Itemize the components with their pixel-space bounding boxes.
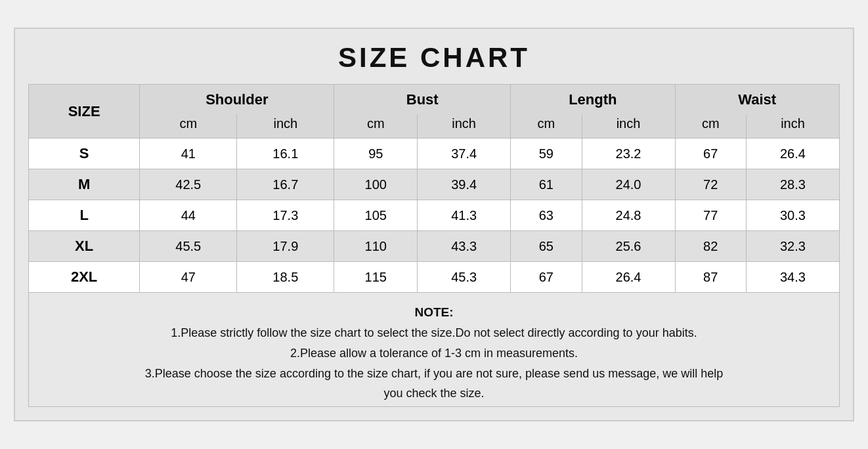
note-line1: 1.Please strictly follow the size chart … [42, 323, 826, 343]
shoulder-inch-cell: 17.9 [237, 231, 334, 262]
note-line4: you check the size. [42, 383, 826, 404]
waist-cm-cell: 87 [675, 262, 746, 293]
bust-inch-cell: 37.4 [418, 139, 511, 169]
shoulder-inch-cell: 17.3 [237, 200, 334, 231]
size-cell: 2XL [29, 262, 140, 293]
length-inch-cell: 24.8 [582, 200, 675, 231]
bust-cm-cell: 95 [334, 139, 418, 169]
table-row: L4417.310541.36324.87730.3 [29, 200, 840, 231]
length-inch-cell: 25.6 [582, 231, 675, 262]
waist-inch-cell: 28.3 [746, 169, 839, 200]
length-inch-cell: 26.4 [582, 262, 675, 293]
length-inch-cell: 23.2 [582, 139, 675, 169]
length-cm-cell: 59 [511, 139, 582, 169]
bust-inch-cell: 41.3 [418, 200, 511, 231]
size-cell: L [29, 200, 140, 231]
waist-inch-header: inch [746, 115, 839, 139]
length-header: Length [511, 85, 675, 116]
waist-cm-cell: 67 [675, 139, 746, 169]
table-header-row-2: cm inch cm inch cm inch cm inch [29, 115, 840, 139]
shoulder-inch-cell: 16.7 [237, 169, 334, 200]
table-row: XL45.517.911043.36525.68232.3 [29, 231, 840, 262]
bust-inch-cell: 39.4 [418, 169, 511, 200]
length-cm-cell: 61 [511, 169, 582, 200]
bust-inch-cell: 45.3 [418, 262, 511, 293]
size-table: SIZE Shoulder Bust Length Waist cm inch … [28, 84, 840, 293]
length-cm-cell: 67 [511, 262, 582, 293]
length-cm-cell: 63 [511, 200, 582, 231]
length-inch-cell: 24.0 [582, 169, 675, 200]
shoulder-cm-cell: 42.5 [140, 169, 237, 200]
bust-cm-header: cm [334, 115, 418, 139]
bust-header: Bust [334, 85, 511, 116]
waist-inch-cell: 26.4 [746, 139, 839, 169]
shoulder-cm-cell: 44 [140, 200, 237, 231]
shoulder-cm-cell: 47 [140, 262, 237, 293]
table-body: S4116.19537.45923.26726.4M42.516.710039.… [29, 139, 840, 293]
size-column-header: SIZE [29, 85, 140, 139]
table-row: M42.516.710039.46124.07228.3 [29, 169, 840, 200]
note-line3: 3.Please choose the size according to th… [42, 364, 826, 384]
length-cm-header: cm [511, 115, 582, 139]
bust-inch-header: inch [418, 115, 511, 139]
size-cell: M [29, 169, 140, 200]
length-inch-header: inch [582, 115, 675, 139]
bust-inch-cell: 43.3 [418, 231, 511, 262]
shoulder-cm-cell: 45.5 [140, 231, 237, 262]
bust-cm-cell: 110 [334, 231, 418, 262]
chart-title: SIZE CHART [28, 35, 840, 84]
bust-cm-cell: 105 [334, 200, 418, 231]
table-header-row-1: SIZE Shoulder Bust Length Waist [29, 85, 840, 116]
waist-inch-cell: 30.3 [746, 200, 839, 231]
waist-inch-cell: 34.3 [746, 262, 839, 293]
length-cm-cell: 65 [511, 231, 582, 262]
size-cell: S [29, 139, 140, 169]
shoulder-cm-header: cm [140, 115, 237, 139]
bust-cm-cell: 115 [334, 262, 418, 293]
waist-inch-cell: 32.3 [746, 231, 839, 262]
note-section: NOTE: 1.Please strictly follow the size … [28, 293, 840, 407]
waist-cm-header: cm [675, 115, 746, 139]
waist-header: Waist [675, 85, 839, 116]
size-cell: XL [29, 231, 140, 262]
size-chart-container: SIZE CHART SIZE Shoulder Bust Length Wai… [14, 28, 854, 421]
shoulder-inch-cell: 16.1 [237, 139, 334, 169]
note-title: NOTE: [42, 302, 826, 323]
shoulder-inch-cell: 18.5 [237, 262, 334, 293]
waist-cm-cell: 77 [675, 200, 746, 231]
bust-cm-cell: 100 [334, 169, 418, 200]
shoulder-inch-header: inch [237, 115, 334, 139]
note-line2: 2.Please allow a tolerance of 1-3 cm in … [42, 343, 826, 364]
table-row: 2XL4718.511545.36726.48734.3 [29, 262, 840, 293]
waist-cm-cell: 72 [675, 169, 746, 200]
shoulder-header: Shoulder [140, 85, 334, 116]
shoulder-cm-cell: 41 [140, 139, 237, 169]
table-row: S4116.19537.45923.26726.4 [29, 139, 840, 169]
waist-cm-cell: 82 [675, 231, 746, 262]
